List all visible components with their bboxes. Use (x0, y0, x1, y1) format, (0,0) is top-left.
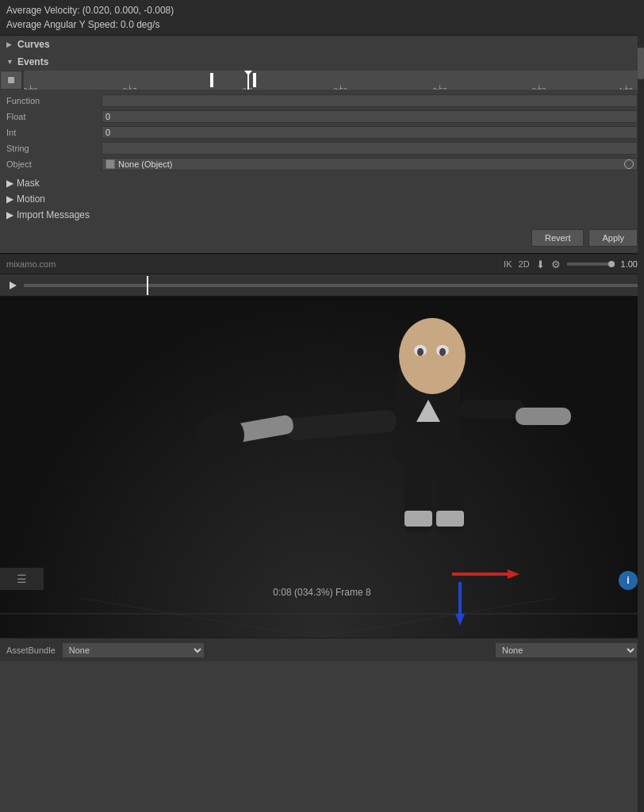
timeline-record-icon (7, 76, 15, 84)
2d-button[interactable]: 2D (519, 259, 530, 269)
revert-button[interactable]: Revert (531, 229, 584, 247)
curves-section-header[interactable]: ▶ Curves (0, 36, 644, 53)
int-label: Int (6, 128, 102, 137)
playback-cursor[interactable] (147, 276, 148, 295)
velocity-text: Average Velocity: (0.020, 0.000, -0.008) (6, 3, 638, 17)
svg-marker-1 (10, 282, 17, 289)
curves-arrow-icon: ▶ (6, 40, 14, 48)
ruler-mark-0: 0:00 (30, 85, 31, 90)
apply-button[interactable]: Apply (588, 229, 638, 247)
info-button[interactable]: i (619, 571, 638, 590)
vertical-scrollbar[interactable] (638, 0, 644, 812)
event-marker-1[interactable] (210, 73, 213, 87)
svg-rect-19 (404, 511, 432, 527)
preview-bar: mixamo.com IK 2D ⬇ ⚙ 1.00 (0, 254, 644, 274)
preview-source-label: mixamo.com (6, 259, 56, 269)
playback-track[interactable] (24, 284, 639, 287)
events-section-header[interactable]: ▼ Events (0, 53, 644, 71)
preview-3d-area: 0:08 (034.3%) Frame 8 ☰ i (0, 297, 644, 638)
events-arrow-icon: ▼ (6, 58, 14, 66)
motion-arrow-icon: ▶ (6, 193, 13, 205)
menu-icon: ☰ (17, 573, 27, 585)
object-picker-button[interactable] (624, 159, 634, 169)
object-input[interactable]: None (Object) (102, 158, 638, 170)
mask-label: Mask (17, 178, 40, 189)
ruler-mark-50: 0:50 (340, 85, 341, 90)
svg-point-14 (197, 413, 244, 458)
ruler-mark-67: 0:67 (439, 85, 440, 90)
int-input[interactable]: 0 (102, 126, 638, 139)
side-panel-button[interactable]: ☰ (0, 568, 44, 590)
asset-bundle-bar: AssetBundle None None (0, 638, 644, 661)
angular-speed-text: Average Angular Y Speed: 0.0 deg/s (6, 17, 638, 32)
function-label: Function (6, 96, 102, 105)
function-input[interactable] (102, 94, 638, 107)
ruler-mark-83: 0:83 (539, 85, 539, 90)
timeline-play-button[interactable] (0, 71, 22, 90)
object-type-icon (105, 159, 115, 169)
info-icon: i (627, 575, 629, 586)
svg-rect-0 (8, 77, 14, 83)
info-bar: Average Velocity: (0.020, 0.000, -0.008)… (0, 0, 644, 36)
object-row: Object None (Object) (0, 156, 644, 172)
motion-label: Motion (17, 193, 45, 205)
bottom-buttons-bar: Revert Apply (0, 223, 644, 253)
event-marker-2[interactable] (253, 73, 256, 87)
string-row: String (0, 140, 644, 156)
download-icon[interactable]: ⬇ (536, 259, 545, 270)
string-input[interactable] (102, 142, 638, 155)
speed-value: 1.00 (621, 259, 638, 269)
timeline-bar: 0:00 0:17 0:3 0:50 0:67 0:83 (0, 71, 644, 90)
svg-point-7 (399, 318, 466, 394)
float-label: Float (6, 112, 102, 121)
svg-line-4 (317, 598, 555, 638)
timeline-ruler[interactable]: 0:00 0:17 0:3 0:50 0:67 0:83 (24, 71, 644, 90)
asset-bundle-dropdown1[interactable]: None (62, 642, 205, 658)
import-messages-label: Import Messages (17, 209, 90, 220)
svg-marker-22 (508, 569, 519, 579)
object-label: Object (6, 159, 102, 169)
events-label: Events (17, 56, 48, 67)
svg-marker-24 (455, 614, 465, 626)
int-row: Int 0 (0, 124, 644, 140)
svg-rect-20 (436, 511, 464, 527)
playback-bar (0, 274, 644, 297)
svg-point-11 (439, 348, 446, 356)
play-icon (8, 281, 17, 290)
string-label: String (6, 144, 102, 153)
svg-line-3 (79, 598, 317, 638)
curves-label: Curves (17, 39, 50, 50)
mask-section-header[interactable]: ▶ Mask (0, 175, 644, 191)
play-button[interactable] (5, 278, 21, 293)
motion-section-header[interactable]: ▶ Motion (0, 191, 644, 207)
ruler-mark-17: 0:17 (129, 85, 130, 90)
svg-rect-16 (516, 408, 571, 425)
ruler-mark-100: 1:00 (626, 85, 627, 90)
svg-rect-15 (460, 400, 523, 419)
asset-bundle-label: AssetBundle (6, 645, 56, 655)
float-input[interactable]: 0 (102, 110, 638, 123)
asset-bundle-dropdown2[interactable]: None (495, 642, 638, 658)
svg-rect-12 (285, 409, 397, 441)
float-row: Float 0 (0, 109, 644, 124)
scene-background: 0:08 (034.3%) Frame 8 ☰ i (0, 297, 644, 638)
properties-panel: Function Float 0 Int 0 String Object (0, 90, 644, 175)
preview-controls: IK 2D ⬇ ⚙ 1.00 (504, 259, 638, 270)
mask-arrow-icon: ▶ (6, 178, 13, 189)
settings-icon[interactable]: ⚙ (551, 259, 561, 270)
speed-slider[interactable] (567, 262, 615, 266)
svg-point-10 (417, 348, 424, 356)
frame-status: 0:08 (034.3%) Frame 8 (0, 587, 644, 598)
function-row: Function (0, 93, 644, 109)
ik-button[interactable]: IK (504, 259, 512, 269)
scrollbar-thumb[interactable] (638, 48, 644, 79)
inspector-panel: ▶ Curves ▼ Events 0:00 0:17 0:3 (0, 36, 644, 254)
playhead[interactable] (247, 71, 249, 90)
import-messages-section-header[interactable]: ▶ Import Messages (0, 207, 644, 223)
import-messages-arrow-icon: ▶ (6, 209, 13, 220)
